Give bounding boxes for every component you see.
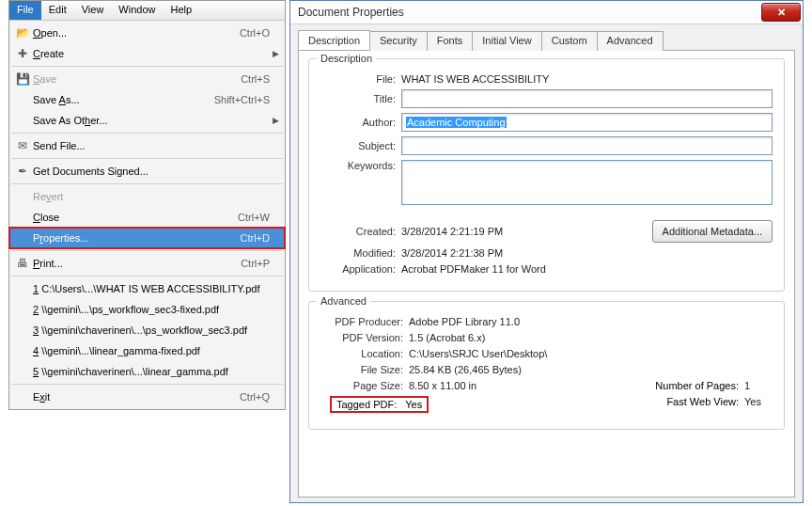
menu-save-as-label: Save As...	[31, 94, 205, 105]
menu-exit[interactable]: Exit Ctrl+Q	[9, 387, 285, 407]
tagged-label: Tagged PDF:	[336, 399, 397, 410]
tagged-value: Yes	[405, 399, 422, 410]
menu-revert-label: Revert	[31, 191, 260, 202]
tab-security[interactable]: Security	[369, 31, 428, 51]
additional-metadata-button[interactable]: Additional Metadata...	[652, 220, 773, 243]
keywords-input[interactable]	[401, 160, 773, 205]
subject-input[interactable]	[401, 136, 773, 155]
recent-file-label: 3 \\gemini\chaverinen\...\ps_workflow_se…	[31, 324, 270, 336]
tab-custom[interactable]: Custom	[541, 31, 598, 51]
filesize-value: 25.84 KB (26,465 Bytes)	[409, 364, 522, 375]
submenu-arrow-icon: ▶	[270, 49, 279, 58]
menu-separator	[11, 183, 283, 184]
menu-create-label: Create	[31, 48, 260, 59]
submenu-arrow-icon: ▶	[270, 116, 279, 125]
menu-separator	[11, 384, 283, 385]
menubar-edit[interactable]: Edit	[41, 1, 74, 20]
numpages-value: 1	[744, 380, 773, 391]
file-label: File:	[320, 73, 401, 85]
tab-initial-view[interactable]: Initial View	[472, 31, 541, 51]
filesize-label: File Size:	[320, 364, 409, 375]
menu-send-file-label: Send File...	[31, 140, 260, 151]
menu-save-shortcut: Ctrl+S	[231, 73, 270, 85]
description-group: Description File: WHAT IS WEB ACCESSIBIL…	[308, 58, 785, 292]
version-label: PDF Version:	[320, 332, 409, 343]
subject-label: Subject:	[320, 140, 401, 151]
pagesize-label: Page Size:	[320, 380, 409, 391]
keywords-label: Keywords:	[320, 160, 401, 171]
fastweb-value: Yes	[744, 396, 773, 413]
menu-send-file[interactable]: ✉ Send File...	[9, 135, 285, 156]
print-icon: 🖶	[14, 257, 31, 270]
menu-close-label: Close	[31, 212, 228, 223]
menu-separator	[11, 133, 283, 134]
menu-save-as-shortcut: Shift+Ctrl+S	[205, 94, 270, 105]
menu-properties[interactable]: Properties... Ctrl+D	[9, 228, 285, 248]
menubar-view[interactable]: View	[74, 1, 112, 20]
menu-open[interactable]: 📂 Open... Ctrl+O	[9, 23, 285, 43]
menu-save-as-other[interactable]: Save As Other... ▶	[9, 110, 285, 131]
menu-recent-5[interactable]: 5 \\gemini\chaverinen\...\linear_gamma.p…	[9, 361, 285, 382]
menu-properties-shortcut: Ctrl+D	[231, 232, 270, 244]
author-input[interactable]: Academic Computing	[401, 113, 773, 132]
recent-file-label: 5 \\gemini\chaverinen\...\linear_gamma.p…	[31, 366, 270, 377]
created-value: 3/28/2014 2:21:19 PM	[401, 226, 652, 237]
file-dropdown: 📂 Open... Ctrl+O ✚ Create ▶ 💾 Save Ctrl+…	[9, 21, 285, 409]
application-value: Acrobat PDFMaker 11 for Word	[401, 263, 773, 275]
version-value: 1.5 (Acrobat 6.x)	[409, 332, 485, 343]
menu-open-label: Open...	[31, 27, 230, 39]
tab-description[interactable]: Description	[298, 30, 370, 50]
menu-properties-label: Properties...	[31, 232, 231, 244]
save-icon: 💾	[14, 72, 31, 86]
location-label: Location:	[320, 348, 409, 359]
create-icon: ✚	[14, 47, 31, 60]
menubar-help[interactable]: Help	[163, 1, 199, 20]
producer-value: Adobe PDF Library 11.0	[409, 316, 520, 327]
menu-separator	[11, 276, 283, 277]
menu-close-shortcut: Ctrl+W	[228, 212, 270, 223]
menu-recent-1[interactable]: 1 C:\Users\...\WHAT IS WEB ACCESSIBILITY…	[9, 278, 285, 299]
menu-save-as[interactable]: Save As... Shift+Ctrl+S	[9, 89, 285, 110]
advanced-group: Advanced PDF Producer: Adobe PDF Library…	[308, 301, 785, 430]
tab-fonts[interactable]: Fonts	[427, 31, 474, 51]
menu-print-shortcut: Ctrl+P	[231, 258, 270, 269]
menu-separator	[11, 66, 283, 67]
fastweb-label: Fast Web View:	[617, 396, 744, 413]
close-button[interactable]: ✕	[761, 3, 801, 22]
menu-separator	[11, 158, 283, 159]
tab-strip: Description Security Fonts Initial View …	[298, 30, 795, 51]
menu-get-signed-label: Get Documents Signed...	[31, 166, 260, 177]
menubar-window[interactable]: Window	[111, 1, 163, 20]
recent-file-label: 1 C:\Users\...\WHAT IS WEB ACCESSIBILITY…	[31, 283, 270, 294]
title-input[interactable]	[401, 89, 773, 108]
sign-icon: ✒	[14, 165, 31, 178]
menu-get-signed[interactable]: ✒ Get Documents Signed...	[9, 161, 285, 182]
file-value: WHAT IS WEB ACCESSIBILITY	[401, 73, 773, 85]
menubar-file[interactable]: File	[9, 1, 41, 20]
numpages-label: Number of Pages:	[617, 380, 744, 391]
dialog-title: Document Properties	[298, 6, 761, 19]
menu-recent-3[interactable]: 3 \\gemini\chaverinen\...\ps_workflow_se…	[9, 320, 285, 340]
menu-open-shortcut: Ctrl+O	[230, 27, 270, 39]
menu-print[interactable]: 🖶 Print... Ctrl+P	[9, 253, 285, 274]
menu-recent-4[interactable]: 4 \\gemini\...\linear_gamma-fixed.pdf	[9, 340, 285, 361]
tab-panel-description: Description File: WHAT IS WEB ACCESSIBIL…	[298, 51, 795, 498]
menu-recent-2[interactable]: 2 \\gemini\...\ps_workflow_sec3-fixed.pd…	[9, 299, 285, 320]
menu-save-as-other-label: Save As Other...	[31, 115, 260, 126]
menu-print-label: Print...	[31, 258, 231, 269]
pagesize-value: 8.50 x 11.00 in	[409, 380, 617, 391]
open-icon: 📂	[14, 26, 31, 40]
modified-label: Modified:	[320, 247, 401, 259]
mail-icon: ✉	[14, 139, 31, 152]
menu-create[interactable]: ✚ Create ▶	[9, 43, 285, 64]
menu-save: 💾 Save Ctrl+S	[9, 69, 285, 89]
menu-close[interactable]: Close Ctrl+W	[9, 207, 285, 228]
recent-file-label: 4 \\gemini\...\linear_gamma-fixed.pdf	[31, 345, 270, 356]
menu-exit-shortcut: Ctrl+Q	[230, 391, 270, 403]
title-label: Title:	[320, 93, 401, 104]
tab-advanced[interactable]: Advanced	[597, 31, 664, 51]
menu-exit-label: Exit	[31, 391, 230, 403]
close-icon: ✕	[777, 7, 786, 19]
description-group-title: Description	[317, 53, 376, 64]
application-label: Application:	[320, 263, 401, 275]
